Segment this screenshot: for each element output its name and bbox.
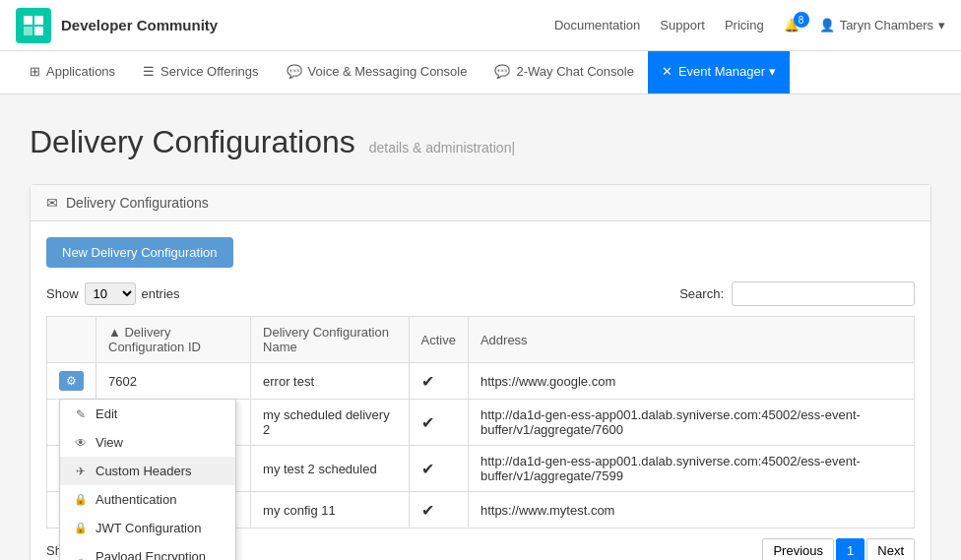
service-offerings-icon: ☰ — [143, 64, 155, 79]
custom-headers-icon: ✈ — [74, 465, 88, 478]
show-entries: Show 10 25 50 100 entries — [46, 282, 180, 305]
dropdown-menu: ✎ Edit 👁 View ✈ Custom — [59, 399, 236, 560]
active-checkmark: ✔ — [421, 502, 434, 519]
card-body: New Delivery Configuration Show 10 25 50… — [31, 221, 930, 560]
support-link[interactable]: Support — [660, 18, 705, 32]
table-row: ⚙ ✎ Edit 👁 View — [47, 363, 915, 400]
svg-rect-0 — [24, 16, 32, 25]
delivery-configs-table: ▲ Delivery Configuration ID Delivery Con… — [46, 316, 915, 529]
new-delivery-config-button-top[interactable]: New Delivery Configuration — [46, 237, 233, 268]
menu-item-view[interactable]: 👁 View — [60, 428, 235, 457]
col-id: ▲ Delivery Configuration ID — [96, 317, 251, 363]
entries-label: entries — [142, 286, 180, 301]
page-title-area: Delivery Configurations details & admini… — [30, 124, 931, 160]
svg-rect-2 — [24, 27, 32, 35]
row-address-cell: http://da1d-gen-ess-app001.dalab.syniver… — [468, 446, 914, 492]
header: Developer Community Documentation Suppor… — [0, 0, 961, 51]
menu-edit-label: Edit — [96, 406, 117, 421]
row-name-cell: error test — [251, 363, 409, 400]
row-name-cell: my scheduled delivery 2 — [251, 400, 409, 446]
logo-icon — [16, 8, 51, 43]
menu-item-edit[interactable]: ✎ Edit — [60, 400, 235, 428]
svg-rect-1 — [34, 16, 43, 25]
authentication-lock-icon: 🔒 — [74, 493, 88, 506]
row-actions-cell: ⚙ ✎ Edit 👁 View — [47, 363, 96, 400]
notification-count: 8 — [794, 12, 809, 28]
col-address: Address — [468, 317, 914, 363]
table-controls: Show 10 25 50 100 entries Search: — [46, 281, 915, 306]
edit-icon: ✎ — [74, 407, 88, 421]
row-name-cell: my config 11 — [251, 492, 409, 529]
dropdown-wrapper: ⚙ ✎ Edit 👁 View — [59, 371, 84, 391]
menu-item-authentication[interactable]: 🔒 Authentication — [60, 485, 235, 514]
search-input[interactable] — [732, 281, 915, 306]
next-button[interactable]: Next — [866, 538, 915, 560]
notification-badge[interactable]: 🔔 8 — [784, 18, 800, 32]
voice-messaging-icon: 💬 — [287, 64, 302, 79]
row-active-cell: ✔ — [409, 492, 468, 529]
page-subtitle: details & administration| — [369, 140, 515, 156]
gear-button-row1[interactable]: ⚙ — [59, 371, 84, 391]
row-id-cell: 7602 — [96, 363, 251, 400]
table-body: ⚙ ✎ Edit 👁 View — [47, 363, 915, 529]
col-active: Active — [409, 317, 468, 363]
pagination: Previous 1 Next — [762, 538, 915, 560]
active-checkmark: ✔ — [421, 461, 434, 477]
show-label: Show — [46, 286, 79, 301]
header-links: Documentation Support Pricing 🔔 8 👤 Tary… — [554, 18, 945, 32]
menu-custom-headers-label: Custom Headers — [96, 464, 192, 478]
row-address-cell: http://da1d-gen-ess-app001.dalab.syniver… — [468, 400, 914, 446]
user-menu[interactable]: 👤 Taryn Chambers ▾ — [819, 18, 945, 32]
table-header-row: ▲ Delivery Configuration ID Delivery Con… — [47, 317, 915, 363]
search-label: Search: — [679, 286, 724, 301]
menu-item-custom-headers[interactable]: ✈ Custom Headers — [60, 457, 235, 485]
card-header: ✉ Delivery Configurations — [31, 185, 930, 221]
col-name: Delivery Configuration Name — [251, 317, 409, 363]
entries-select[interactable]: 10 25 50 100 — [85, 282, 136, 305]
jwt-lock-icon: 🔒 — [74, 522, 88, 534]
2way-chat-icon: 💬 — [494, 64, 510, 79]
table-head: ▲ Delivery Configuration ID Delivery Con… — [47, 317, 915, 363]
row-address-cell: https://www.mytest.com — [468, 492, 914, 529]
row-address-cell: https://www.google.com — [468, 363, 914, 400]
active-checkmark: ✔ — [421, 373, 434, 390]
menu-item-payload-encryption[interactable]: 🔒 Payload Encryption (JWE) — [60, 542, 235, 560]
pricing-link[interactable]: Pricing — [725, 18, 764, 32]
row-active-cell: ✔ — [409, 400, 468, 446]
menu-jwt-label: JWT Configuration — [96, 521, 201, 535]
active-checkmark: ✔ — [421, 414, 434, 431]
search-area: Search: — [679, 281, 915, 306]
event-manager-icon: ✕ — [662, 64, 673, 79]
card-header-icon: ✉ — [46, 195, 58, 211]
nav: ⊞ Applications ☰ Service Offerings 💬 Voi… — [0, 51, 961, 94]
col-actions — [47, 317, 96, 363]
menu-authentication-label: Authentication — [96, 492, 176, 507]
applications-icon: ⊞ — [30, 64, 40, 79]
card-header-title: Delivery Configurations — [66, 195, 209, 211]
nav-2way-chat[interactable]: 💬 2-Way Chat Console — [480, 51, 647, 93]
delivery-configs-card: ✉ Delivery Configurations New Delivery C… — [30, 184, 931, 560]
view-icon: 👁 — [74, 436, 88, 450]
page-1-button[interactable]: 1 — [836, 538, 865, 560]
nav-event-manager[interactable]: ✕ Event Manager ▾ — [648, 51, 790, 93]
menu-view-label: View — [96, 435, 123, 450]
menu-item-jwt[interactable]: 🔒 JWT Configuration — [60, 514, 235, 542]
menu-payload-label: Payload Encryption (JWE) — [96, 549, 222, 560]
row-active-cell: ✔ — [409, 363, 468, 400]
nav-applications[interactable]: ⊞ Applications — [16, 51, 129, 93]
user-name: Taryn Chambers — [840, 18, 933, 32]
nav-service-offerings[interactable]: ☰ Service Offerings — [129, 51, 272, 93]
logo-text: Developer Community — [61, 17, 218, 33]
row-active-cell: ✔ — [409, 446, 468, 492]
page-content: Delivery Configurations details & admini… — [0, 94, 961, 560]
nav-voice-messaging[interactable]: 💬 Voice & Messaging Console — [273, 51, 481, 93]
row-name-cell: my test 2 scheduled — [251, 446, 409, 492]
page-title: Delivery Configurations — [30, 124, 355, 159]
previous-button[interactable]: Previous — [762, 538, 834, 560]
documentation-link[interactable]: Documentation — [554, 18, 640, 32]
logo-area: Developer Community — [16, 8, 218, 43]
svg-rect-3 — [34, 27, 43, 35]
